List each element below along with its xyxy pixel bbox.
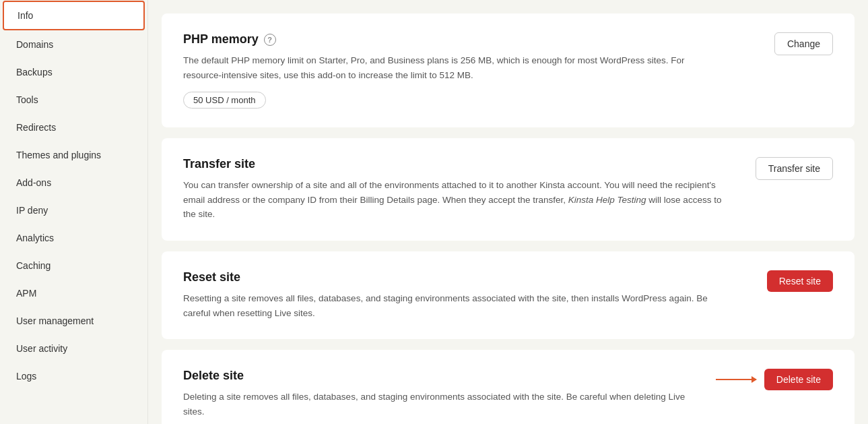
site-name: Kinsta Help Testing	[568, 195, 646, 205]
delete-site-title: Delete site	[183, 369, 702, 383]
delete-site-button[interactable]: Delete site	[764, 369, 833, 390]
sidebar-item-logs[interactable]: Logs	[3, 363, 145, 390]
sidebar-item-user-activity[interactable]: User activity	[3, 335, 145, 362]
transfer-site-card: Transfer site You can transfer ownership…	[162, 138, 855, 241]
delete-site-description: Deleting a site removes all files, datab…	[183, 390, 702, 419]
transfer-site-content: Transfer site You can transfer ownership…	[183, 157, 742, 222]
reset-site-title: Reset site	[183, 270, 754, 284]
reset-site-button[interactable]: Reset site	[767, 270, 833, 292]
php-memory-description: The default PHP memory limit on Starter,…	[183, 53, 722, 82]
php-memory-info-icon[interactable]: ?	[264, 34, 276, 46]
transfer-site-button[interactable]: Transfer site	[756, 157, 833, 180]
sidebar-item-caching[interactable]: Caching	[3, 252, 145, 279]
php-memory-price: 50 USD / month	[183, 92, 266, 109]
delete-site-content: Delete site Deleting a site removes all …	[183, 369, 702, 419]
reset-site-description: Resetting a site removes all files, data…	[183, 291, 722, 320]
sidebar-item-info[interactable]: Info	[3, 1, 145, 30]
php-memory-title: PHP memory ?	[183, 32, 761, 47]
sidebar-item-themes-and-plugins[interactable]: Themes and plugins	[3, 142, 145, 169]
transfer-site-description: You can transfer ownership of a site and…	[183, 178, 722, 222]
arrow-indicator	[716, 379, 756, 380]
sidebar: Info Domains Backups Tools Redirects The…	[0, 0, 148, 424]
php-memory-content: PHP memory ? The default PHP memory limi…	[183, 32, 761, 109]
reset-site-content: Reset site Resetting a site removes all …	[183, 270, 754, 320]
sidebar-item-tools[interactable]: Tools	[3, 86, 145, 113]
sidebar-item-user-management[interactable]: User management	[3, 307, 145, 334]
php-memory-action: Change	[774, 32, 833, 55]
main-content: PHP memory ? The default PHP memory limi…	[148, 0, 868, 424]
php-memory-card: PHP memory ? The default PHP memory limi…	[162, 13, 855, 127]
sidebar-item-apm[interactable]: APM	[3, 280, 145, 307]
transfer-site-title: Transfer site	[183, 157, 742, 171]
delete-site-card: Delete site Deleting a site removes all …	[162, 350, 855, 424]
reset-site-card: Reset site Resetting a site removes all …	[162, 251, 855, 339]
delete-site-action: Delete site	[716, 369, 833, 390]
sidebar-item-add-ons[interactable]: Add-ons	[3, 169, 145, 196]
sidebar-item-analytics[interactable]: Analytics	[3, 224, 145, 251]
sidebar-item-redirects[interactable]: Redirects	[3, 114, 145, 141]
transfer-site-action: Transfer site	[756, 157, 833, 180]
change-button[interactable]: Change	[774, 32, 833, 55]
sidebar-item-domains[interactable]: Domains	[3, 31, 145, 58]
sidebar-item-backups[interactable]: Backups	[3, 59, 145, 86]
reset-site-action: Reset site	[767, 270, 833, 292]
arrow-line	[716, 379, 756, 380]
sidebar-item-ip-deny[interactable]: IP deny	[3, 197, 145, 224]
